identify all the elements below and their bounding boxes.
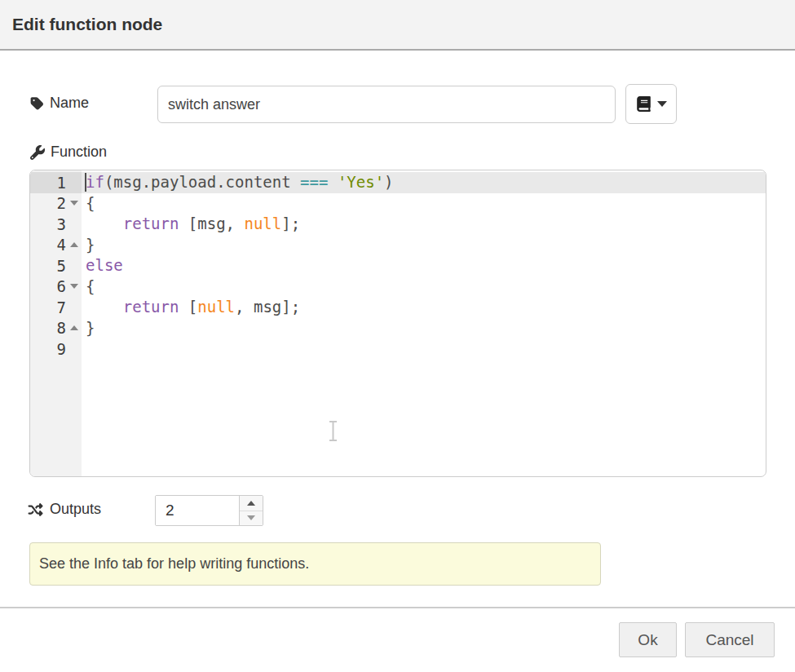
line-number: 6 xyxy=(30,277,66,295)
cancel-button[interactable]: Cancel xyxy=(685,622,775,657)
spinner-buttons xyxy=(239,496,263,525)
outputs-label: Outputs xyxy=(27,501,101,518)
random-icon xyxy=(27,502,44,517)
line-number: 8 xyxy=(30,319,66,337)
code-line-4[interactable]: } xyxy=(82,235,766,256)
ok-button[interactable]: Ok xyxy=(619,622,677,657)
code-line-2[interactable]: { xyxy=(82,193,766,214)
editor-line-9: 9 xyxy=(30,338,766,360)
editor-line-8: 8} xyxy=(30,318,766,339)
code-line-1[interactable]: if(msg.payload.content === 'Yes') xyxy=(82,172,766,193)
tag-icon xyxy=(30,96,44,111)
arrow-up-icon xyxy=(247,501,255,506)
editor-line-2: 2{ xyxy=(30,193,766,214)
wrench-icon xyxy=(30,145,45,160)
outputs-input[interactable] xyxy=(156,496,239,525)
dialog-title: Edit function node xyxy=(12,15,162,34)
line-number: 1 xyxy=(30,174,66,192)
gutter-cell-7[interactable]: 7 xyxy=(30,297,82,318)
gutter-cell-4[interactable]: 4 xyxy=(30,235,82,256)
caret-down-icon xyxy=(657,101,667,107)
line-number: 3 xyxy=(30,215,66,233)
gutter-cell-8[interactable]: 8 xyxy=(30,318,82,339)
line-number: 9 xyxy=(30,340,66,358)
editor-line-5: 5else xyxy=(30,255,766,276)
form-tips-text: See the Info tab for help writing functi… xyxy=(39,555,309,573)
fold-close-icon[interactable] xyxy=(66,242,82,247)
book-icon xyxy=(636,96,651,112)
gutter-cell-6[interactable]: 6 xyxy=(30,276,82,298)
gutter-cell-1[interactable]: 1 xyxy=(30,172,82,193)
name-label: Name xyxy=(30,95,89,112)
code-line-5[interactable]: else xyxy=(82,255,766,276)
line-number: 7 xyxy=(30,298,66,316)
code-line-8[interactable]: } xyxy=(82,318,766,339)
spinner-down-button[interactable] xyxy=(240,511,263,526)
library-button[interactable] xyxy=(625,84,677,124)
arrow-down-icon xyxy=(247,515,255,520)
code-line-3[interactable]: return [msg, null]; xyxy=(82,214,766,235)
editor-line-6: 6{ xyxy=(30,276,766,298)
name-label-text: Name xyxy=(50,95,89,112)
edit-function-node-dialog: Edit function node Name Function 1if(msg… xyxy=(0,0,795,672)
text-cursor xyxy=(85,173,86,192)
code-line-6[interactable]: { xyxy=(82,276,766,298)
gutter-cell-2[interactable]: 2 xyxy=(30,193,82,214)
gutter-cell-9[interactable]: 9 xyxy=(30,338,82,360)
outputs-spinner xyxy=(155,495,263,526)
outputs-label-text: Outputs xyxy=(50,501,101,518)
line-number: 4 xyxy=(30,236,66,254)
editor-lines: 1if(msg.payload.content === 'Yes')2{3 re… xyxy=(30,172,766,360)
fold-open-icon[interactable] xyxy=(66,284,82,289)
name-input[interactable] xyxy=(157,86,616,123)
code-line-7[interactable]: return [null, msg]; xyxy=(82,297,766,318)
fold-open-icon[interactable] xyxy=(66,201,82,206)
code-editor[interactable]: 1if(msg.payload.content === 'Yes')2{3 re… xyxy=(29,170,766,477)
function-label-text: Function xyxy=(51,144,107,161)
fold-close-icon[interactable] xyxy=(66,325,82,330)
footer-divider xyxy=(0,607,795,608)
dialog-header: Edit function node xyxy=(0,0,795,51)
line-number: 2 xyxy=(30,194,66,212)
code-line-9[interactable] xyxy=(82,338,766,360)
line-number: 5 xyxy=(30,257,66,275)
gutter-cell-3[interactable]: 3 xyxy=(30,214,82,235)
form-tips: See the Info tab for help writing functi… xyxy=(29,542,601,586)
spinner-up-button[interactable] xyxy=(240,496,263,511)
editor-line-4: 4} xyxy=(30,235,766,256)
gutter-cell-5[interactable]: 5 xyxy=(30,255,82,276)
mouse-ibeam-cursor xyxy=(327,420,339,442)
function-label: Function xyxy=(30,144,107,161)
editor-line-3: 3 return [msg, null]; xyxy=(30,214,766,235)
editor-line-7: 7 return [null, msg]; xyxy=(30,297,766,318)
editor-line-1: 1if(msg.payload.content === 'Yes') xyxy=(30,172,766,193)
